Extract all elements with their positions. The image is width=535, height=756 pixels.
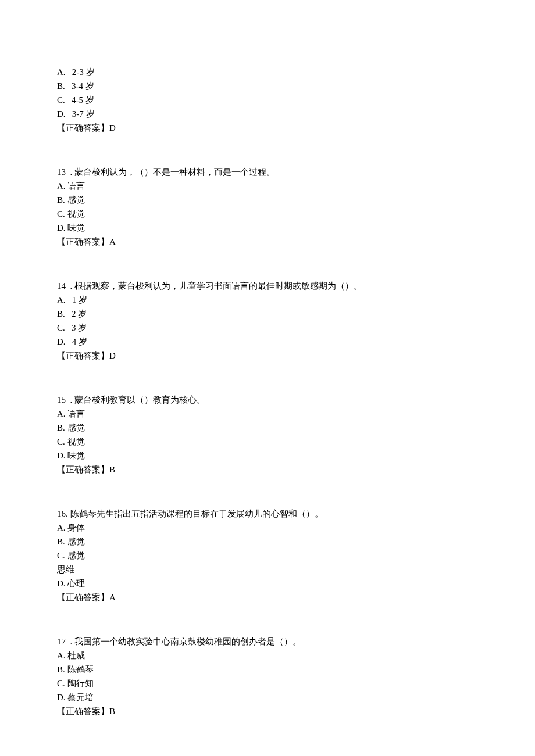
option-a: A. 语言 — [57, 407, 478, 421]
option-a: A. 1 岁 — [57, 293, 478, 307]
option-d: D. 心理 — [57, 576, 478, 590]
correct-answer: 【正确答案】B — [57, 463, 478, 476]
question-text: 15 . 蒙台梭利教育以（）教育为核心。 — [57, 393, 478, 407]
option-d: D. 3-7 岁 — [57, 107, 478, 121]
question-block-17: 17 . 我国第一个幼教实验中心南京鼓楼幼稚园的创办者是（）。 A. 杜威 B.… — [57, 635, 478, 718]
option-d: D. 蔡元培 — [57, 690, 478, 704]
option-c: C. 3 岁 — [57, 321, 478, 335]
option-a: A. 2-3 岁 — [57, 65, 478, 79]
question-text: 13 . 蒙台梭利认为，（）不是一种材料，而是一个过程。 — [57, 165, 478, 179]
correct-answer: 【正确答案】A — [57, 235, 478, 249]
option-a: A. 语言 — [57, 179, 478, 193]
correct-answer: 【正确答案】D — [57, 121, 478, 135]
question-block-13: 13 . 蒙台梭利认为，（）不是一种材料，而是一个过程。 A. 语言 B. 感觉… — [57, 165, 478, 249]
question-block-12-partial: A. 2-3 岁 B. 3-4 岁 C. 4-5 岁 D. 3-7 岁 【正确答… — [57, 65, 478, 135]
correct-answer: 【正确答案】A — [57, 590, 478, 604]
option-d: D. 4 岁 — [57, 335, 478, 349]
option-a: A. 身体 — [57, 521, 478, 535]
option-c: C. 感觉 — [57, 549, 478, 562]
option-a: A. 杜威 — [57, 648, 478, 662]
question-text: 16. 陈鹤琴先生指出五指活动课程的目标在于发展幼儿的心智和（）。 — [57, 507, 478, 521]
option-d: D. 味觉 — [57, 221, 478, 235]
option-b: B. 感觉 — [57, 421, 478, 435]
option-b: B. 感觉 — [57, 193, 478, 207]
question-block-16: 16. 陈鹤琴先生指出五指活动课程的目标在于发展幼儿的心智和（）。 A. 身体 … — [57, 507, 478, 604]
correct-answer: 【正确答案】B — [57, 704, 478, 718]
option-c: C. 4-5 岁 — [57, 93, 478, 107]
question-text: 17 . 我国第一个幼教实验中心南京鼓楼幼稚园的创办者是（）。 — [57, 635, 478, 648]
option-b: B. 感觉 — [57, 535, 478, 549]
option-c: C. 陶行知 — [57, 676, 478, 690]
option-b: B. 2 岁 — [57, 307, 478, 321]
option-b: B. 陈鹤琴 — [57, 662, 478, 676]
option-c: C. 视觉 — [57, 207, 478, 221]
option-extra: 思维 — [57, 562, 478, 576]
question-text: 14 . 根据观察，蒙台梭利认为，儿童学习书面语言的最佳时期或敏感期为（）。 — [57, 279, 478, 293]
document-page: A. 2-3 岁 B. 3-4 岁 C. 4-5 岁 D. 3-7 岁 【正确答… — [0, 0, 535, 756]
correct-answer: 【正确答案】D — [57, 349, 478, 363]
option-c: C. 视觉 — [57, 435, 478, 449]
question-block-15: 15 . 蒙台梭利教育以（）教育为核心。 A. 语言 B. 感觉 C. 视觉 D… — [57, 393, 478, 476]
option-d: D. 味觉 — [57, 449, 478, 463]
option-b: B. 3-4 岁 — [57, 79, 478, 93]
question-block-14: 14 . 根据观察，蒙台梭利认为，儿童学习书面语言的最佳时期或敏感期为（）。 A… — [57, 279, 478, 363]
